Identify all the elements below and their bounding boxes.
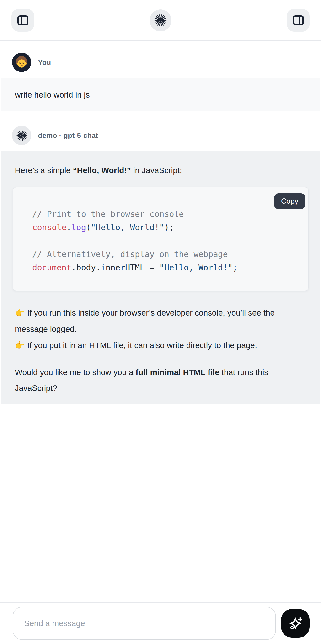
ai-sparkle-icon (288, 616, 303, 631)
user-turn-header: You (1, 41, 320, 78)
assistant-turn-header: demo · gpt-5-chat (1, 112, 320, 151)
copy-button[interactable]: Copy (274, 194, 305, 209)
panel-right-button[interactable] (287, 9, 310, 32)
chat-scroll-area[interactable]: You write hello world in js (0, 41, 321, 602)
user-message-text: write hello world in js (15, 90, 90, 100)
user-speaker-label: You (38, 58, 51, 66)
code-block: Copy // Print to the browser console con… (13, 187, 309, 291)
spark-burst-icon (154, 14, 167, 27)
send-button[interactable] (281, 609, 310, 638)
panel-left-button[interactable] (11, 9, 34, 32)
spark-burst-icon (16, 130, 27, 141)
user-message-row: write hello world in js (1, 78, 320, 112)
assistant-message: Here’s a simple “Hello, World!” in JavaS… (1, 151, 320, 404)
user-avatar (12, 52, 31, 72)
question-paragraph: Would you like me to show you a full min… (15, 364, 292, 396)
note-paragraph-1: 👉 If you run this inside your browser’s … (15, 304, 292, 337)
code-content: // Print to the browser console console.… (32, 208, 301, 275)
intro-paragraph: Here’s a simple “Hello, World!” in JavaS… (15, 162, 307, 178)
assistant-speaker-label: demo · gpt-5-chat (38, 132, 98, 140)
person-emoji-icon (12, 52, 31, 72)
note-paragraph-2: 👉 If you put it in an HTML file, it can … (15, 337, 292, 353)
top-bar (0, 0, 321, 41)
assistant-avatar (12, 126, 31, 145)
panel-right-icon (292, 14, 305, 27)
message-input[interactable] (13, 607, 276, 640)
composer-bar (0, 602, 321, 644)
model-spinner-button[interactable] (150, 9, 171, 31)
chat-app-window: You write hello world in js (0, 0, 321, 644)
panel-left-icon (16, 14, 30, 27)
